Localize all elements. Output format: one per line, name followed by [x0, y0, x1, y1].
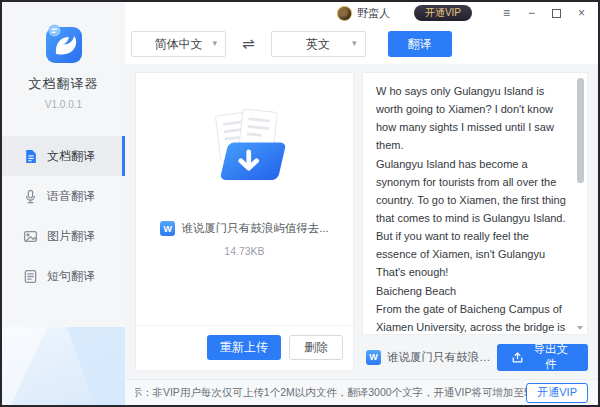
word-file-icon: W	[366, 350, 381, 365]
sentence-icon	[23, 269, 38, 284]
maximize-icon[interactable]	[544, 2, 569, 24]
export-icon	[512, 352, 523, 363]
friendly-tip: ◎ 友情提示：非VIP用户每次仅可上传1个2M以内文件，翻译3000个文字，开通…	[135, 386, 526, 400]
translated-paragraph: From the gate of Baicheng Campus of Xiam…	[376, 300, 569, 335]
language-bar: 简体中文 ▾ ⇌ 英文 ▾ 翻译	[125, 24, 598, 64]
titlebar: 野蛮人 开通VIP ≡ − ×	[125, 2, 598, 24]
source-language-select[interactable]: 简体中文 ▾	[131, 31, 226, 57]
sidebar-item-文档翻译[interactable]: 文档翻译	[2, 136, 125, 176]
translated-paragraph: That's enough!	[376, 263, 569, 281]
export-file-row: W 谁说厦门只有鼓浪屿...	[362, 350, 497, 365]
upload-panel: W 谁说厦门只有鼓浪屿值得去... 14.73KB 重新上传 删除	[135, 72, 354, 371]
document-icon	[23, 149, 38, 164]
main-area: 野蛮人 开通VIP ≡ − × 简体中文 ▾ ⇌ 英文 ▾ 翻译	[125, 2, 598, 405]
user-avatar	[337, 6, 352, 21]
translate-button[interactable]: 翻译	[388, 31, 452, 57]
sidebar-menu: 文档翻译语音翻译图片翻译短句翻译	[2, 136, 125, 296]
chevron-down-icon: ▾	[352, 38, 357, 48]
app-logo-block: 文档翻译器 V1.0.0.1	[2, 2, 125, 110]
sidebar: 文档翻译器 V1.0.0.1 文档翻译语音翻译图片翻译短句翻译	[2, 2, 125, 405]
upload-folder-icon	[193, 107, 297, 197]
scrollbar-down-arrow-icon[interactable]	[577, 326, 583, 330]
source-language-value: 简体中文	[155, 36, 203, 53]
footer-bar: ◎ 友情提示：非VIP用户每次仅可上传1个2M以内文件，翻译3000个文字，开通…	[125, 379, 598, 405]
translated-paragraph: W ho says only Gulangyu Island is worth …	[376, 82, 569, 155]
sidebar-item-语音翻译[interactable]: 语音翻译	[2, 176, 125, 216]
word-file-icon: W	[160, 221, 175, 236]
target-language-select[interactable]: 英文 ▾	[271, 31, 366, 57]
translated-paragraph: Gulangyu Island has become a synonym for…	[376, 155, 569, 264]
close-icon[interactable]: ×	[569, 2, 594, 24]
app-name: 文档翻译器	[2, 75, 125, 93]
reupload-button[interactable]: 重新上传	[207, 335, 281, 360]
scrollbar-thumb[interactable]	[577, 78, 584, 183]
uploaded-file-size: 14.73KB	[224, 245, 264, 257]
app-window: 文档翻译器 V1.0.0.1 文档翻译语音翻译图片翻译短句翻译 野蛮人 开通VI…	[0, 0, 600, 407]
sidebar-item-图片翻译[interactable]: 图片翻译	[2, 216, 125, 256]
chevron-down-icon: ▾	[212, 38, 217, 48]
translated-paragraph: Baicheng Beach	[376, 282, 569, 300]
export-file-button[interactable]: 导出文件	[497, 344, 588, 371]
open-vip-pill-button[interactable]: 开通VIP	[414, 5, 472, 21]
microphone-icon	[23, 189, 38, 204]
uploaded-file-name: 谁说厦门只有鼓浪屿值得去...	[181, 221, 329, 236]
app-version: V1.0.0.1	[2, 99, 125, 110]
translation-result-panel: W ho says only Gulangyu Island is worth …	[362, 72, 588, 335]
app-logo-icon	[43, 22, 85, 68]
sidebar-item-label: 语音翻译	[47, 188, 95, 205]
image-icon	[23, 229, 38, 244]
menu-icon[interactable]: ≡	[494, 2, 519, 24]
scrollbar-track[interactable]	[577, 78, 584, 322]
result-column: W ho says only Gulangyu Island is worth …	[362, 72, 588, 371]
sidebar-item-label: 短句翻译	[47, 268, 95, 285]
sidebar-item-label: 图片翻译	[47, 228, 95, 245]
export-file-name: 谁说厦门只有鼓浪屿...	[387, 350, 497, 365]
content-area: W 谁说厦门只有鼓浪屿值得去... 14.73KB 重新上传 删除 W ho s…	[125, 64, 598, 379]
minimize-icon[interactable]: −	[519, 2, 544, 24]
export-row: W 谁说厦门只有鼓浪屿... 导出文件	[362, 343, 588, 371]
open-vip-button[interactable]: 开通VIP	[526, 383, 588, 403]
uploaded-file-row: W 谁说厦门只有鼓浪屿值得去...	[160, 221, 329, 236]
translated-text: W ho says only Gulangyu Island is worth …	[376, 82, 569, 335]
username: 野蛮人	[357, 6, 390, 21]
sidebar-decoration	[2, 327, 125, 405]
user-account[interactable]: 野蛮人	[337, 6, 390, 21]
delete-button[interactable]: 删除	[289, 335, 343, 360]
target-language-value: 英文	[306, 36, 330, 53]
sidebar-item-label: 文档翻译	[47, 148, 95, 165]
swap-languages-icon[interactable]: ⇌	[242, 35, 255, 53]
friendly-tip-text: 友情提示：非VIP用户每次仅可上传1个2M以内文件，翻译3000个文字，开通VI…	[135, 386, 526, 400]
sidebar-item-短句翻译[interactable]: 短句翻译	[2, 256, 125, 296]
upload-actions: 重新上传 删除	[136, 326, 353, 370]
